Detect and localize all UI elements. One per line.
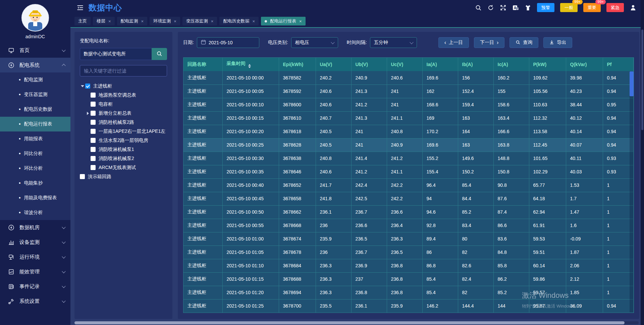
tree-node-ARCM无线表测试[interactable]: ARCM无线表测试 bbox=[80, 163, 167, 172]
user-icon[interactable] bbox=[630, 4, 637, 11]
alarm-button-一般[interactable]: 一般99+ bbox=[560, 3, 578, 12]
sidebar-subitem-配电监测[interactable]: •配电监测 bbox=[0, 72, 70, 87]
export-button[interactable]: 导出 bbox=[543, 37, 572, 48]
tree-checkbox[interactable] bbox=[91, 147, 96, 152]
expander-open-icon[interactable] bbox=[80, 85, 85, 87]
tree-checkbox[interactable] bbox=[91, 129, 96, 134]
tree-checkbox[interactable] bbox=[91, 165, 96, 170]
tree-node-地源热泵空调总表[interactable]: 地源热泵空调总表 bbox=[80, 91, 167, 100]
tab-close-icon[interactable]: × bbox=[108, 19, 111, 23]
sidebar-subitem-用能及电费报表[interactable]: •用能及电费报表 bbox=[0, 191, 70, 205]
tab-楼层[interactable]: 楼层× bbox=[93, 17, 115, 25]
window-scrollbar-thumb[interactable] bbox=[641, 30, 643, 130]
query-button[interactable]: 查询 bbox=[509, 37, 538, 48]
tab-close-icon[interactable]: × bbox=[252, 19, 255, 23]
tab-主页[interactable]: 主页 bbox=[74, 17, 91, 25]
table-row[interactable]: 主进线柜2021-05-10 01:253678700235.5236.1235… bbox=[183, 299, 634, 313]
tab-配电历史数据[interactable]: 配电历史数据× bbox=[219, 17, 259, 25]
tree-checkbox[interactable] bbox=[91, 93, 96, 98]
table-row[interactable]: 主进线柜2021-05-10 00:403678652241.7242.4242… bbox=[183, 178, 634, 192]
table-row[interactable]: 主进线柜2021-05-10 00:303678638240.8241.4241… bbox=[183, 152, 634, 165]
alarm-button-紧急[interactable]: 紧急 bbox=[606, 3, 624, 12]
tree-node-演示箱回路[interactable]: 演示箱回路 bbox=[80, 172, 167, 181]
next-day-button[interactable]: 下一日 › bbox=[474, 37, 504, 48]
table-row[interactable]: 主进线柜2021-05-10 00:553678668236236.6236.4… bbox=[183, 219, 634, 232]
sidebar-item-数据机房[interactable]: 数据机房 bbox=[0, 220, 70, 235]
tree-node-消防喷淋机械泵2[interactable]: 消防喷淋机械泵2 bbox=[80, 154, 167, 163]
sidebar-item-运行环境[interactable]: 运行环境 bbox=[0, 250, 70, 264]
sidebar-item-能效管理[interactable]: 能效管理 bbox=[0, 264, 70, 279]
tree-node-消防栓机械泵2路[interactable]: 消防栓机械泵2路 bbox=[80, 118, 167, 127]
tree-node-一层南1APE2右一层北1APE1左[interactable]: 一层南1APE2右一层北1APE1左 bbox=[80, 127, 167, 136]
sidebar-subitem-环比分析[interactable]: •环比分析 bbox=[0, 161, 70, 176]
voltage-select[interactable]: 相电压 bbox=[291, 37, 338, 48]
sidebar-item-配电系统[interactable]: 配电系统 bbox=[0, 58, 70, 72]
horizontal-scrollbar-thumb[interactable] bbox=[74, 321, 625, 324]
table-row[interactable]: 主进线柜2021-05-10 01:003678674235.9236.5236… bbox=[183, 232, 634, 246]
sidebar-subitem-变压器监测[interactable]: •变压器监测 bbox=[0, 87, 70, 102]
sidebar-subitem-电能集抄[interactable]: •电能集抄 bbox=[0, 176, 70, 191]
table-row[interactable]: 主进线柜2021-05-10 00:153678610240.7241.3241… bbox=[183, 111, 634, 125]
expander-closed-icon[interactable] bbox=[85, 112, 91, 115]
table-row[interactable]: 主进线柜2021-05-10 00:203678618240.5241240.8… bbox=[183, 125, 634, 138]
sidebar-subitem-配电历史数据[interactable]: •配电历史数据 bbox=[0, 102, 70, 117]
sidebar-item-事件记录[interactable]: 事件记录 bbox=[0, 279, 70, 294]
table-row[interactable]: 主进线柜2021-05-10 00:103678600240.6241.2241… bbox=[183, 98, 634, 111]
search-icon[interactable] bbox=[475, 4, 482, 11]
sidebar-item-系统设置[interactable]: 系统设置 bbox=[0, 294, 70, 309]
table-row[interactable]: 主进线柜2021-05-10 00:053678592240.6241.3241… bbox=[183, 85, 634, 98]
translate-icon[interactable]: A bbox=[512, 4, 519, 11]
station-search-button[interactable] bbox=[152, 48, 167, 60]
sidebar-item-首页[interactable]: 首页 bbox=[0, 43, 70, 58]
prev-day-button[interactable]: ‹ 上一日 bbox=[438, 37, 469, 48]
sidebar-subitem-谐波分析[interactable]: •谐波分析 bbox=[0, 205, 70, 220]
tab-close-icon[interactable]: × bbox=[174, 19, 176, 23]
tree-filter-input[interactable] bbox=[80, 65, 167, 76]
table-scrollbar-thumb[interactable] bbox=[630, 71, 634, 96]
table-row[interactable]: 主进线柜2021-05-10 01:203678694236.3236.8236… bbox=[183, 286, 634, 299]
alarm-button-预警[interactable]: 预警 bbox=[537, 3, 554, 12]
sidebar-item-设备监测[interactable]: 设备监测 bbox=[0, 235, 70, 250]
tree-node-主进线柜[interactable]: 主进线柜 bbox=[80, 82, 167, 91]
window-scrollbar[interactable] bbox=[641, 0, 644, 325]
tree-checkbox[interactable] bbox=[91, 120, 96, 125]
tab-close-icon[interactable]: × bbox=[211, 19, 214, 23]
tab-环境监测[interactable]: 环境监测× bbox=[150, 17, 180, 25]
tree-node-电容柜[interactable]: 电容柜 bbox=[80, 100, 167, 109]
date-input[interactable]: 2021-05-10 bbox=[197, 37, 259, 48]
tree-checkbox[interactable] bbox=[91, 156, 96, 161]
sidebar-subitem-用能报表[interactable]: •用能报表 bbox=[0, 131, 70, 146]
table-row[interactable]: 主进线柜2021-05-10 00:353678646240.6241.2241… bbox=[183, 165, 634, 178]
fullscreen-icon[interactable] bbox=[500, 4, 506, 11]
tab-close-icon[interactable]: × bbox=[141, 19, 144, 23]
table-row[interactable]: 主进线柜2021-05-10 00:003678582240.2240.9240… bbox=[183, 71, 634, 85]
horizontal-scrollbar[interactable] bbox=[74, 321, 639, 324]
table-vertical-scrollbar[interactable] bbox=[630, 71, 634, 312]
table-row[interactable]: 主进线柜2021-05-10 00:503678662236.1236.7236… bbox=[183, 205, 634, 219]
table-row[interactable]: 主进线柜2021-05-10 01:103678684236.3236.9236… bbox=[183, 259, 634, 272]
table-row[interactable]: 主进线柜2021-05-10 01:153678688236.3237236.8… bbox=[183, 272, 634, 286]
sidebar-subitem-同比分析[interactable]: •同比分析 bbox=[0, 146, 70, 161]
alarm-button-重要[interactable]: 重要99+ bbox=[583, 3, 601, 12]
tab-配电运行报表[interactable]: 配电运行报表× bbox=[261, 17, 306, 25]
tree-node-消防喷淋机械泵1[interactable]: 消防喷淋机械泵1 bbox=[80, 145, 167, 154]
tab-配电监测[interactable]: 配电监测× bbox=[117, 17, 148, 25]
station-input[interactable] bbox=[80, 48, 152, 60]
menu-fold-icon[interactable] bbox=[76, 4, 84, 11]
tree-checkbox[interactable] bbox=[80, 174, 85, 179]
tab-变压器监测[interactable]: 变压器监测× bbox=[182, 17, 217, 25]
column-header-采集时间[interactable]: 采集时间 bbox=[222, 58, 279, 71]
tree-checkbox[interactable] bbox=[85, 84, 90, 89]
table-row[interactable]: 主进线柜2021-05-10 01:053678678236236.7236.5… bbox=[183, 246, 634, 259]
interval-select[interactable]: 五分钟 bbox=[370, 37, 417, 48]
theme-icon[interactable] bbox=[525, 4, 531, 11]
tree-checkbox[interactable] bbox=[91, 102, 96, 107]
tree-node-新增分立柜总表[interactable]: 新增分立柜总表 bbox=[80, 109, 167, 118]
tree-node-生活水泵2路一层弱电房[interactable]: 生活水泵2路一层弱电房 bbox=[80, 136, 167, 145]
tree-checkbox[interactable] bbox=[91, 111, 96, 116]
table-row[interactable]: 主进线柜2021-05-10 00:253678628240.5241240.9… bbox=[183, 138, 634, 152]
refresh-icon[interactable] bbox=[487, 4, 494, 11]
tab-close-icon[interactable]: × bbox=[299, 19, 302, 23]
tree-checkbox[interactable] bbox=[91, 138, 96, 143]
sidebar-subitem-配电运行报表[interactable]: •配电运行报表 bbox=[0, 117, 70, 131]
